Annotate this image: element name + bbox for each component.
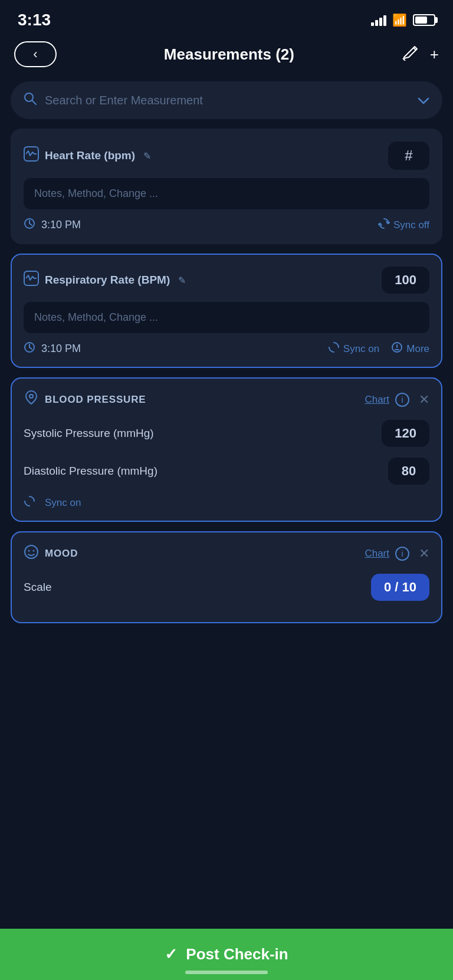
wifi-icon: 📶 <box>392 13 407 27</box>
chevron-down-icon <box>418 94 429 107</box>
blood-pressure-title: BLOOD PRESSURE <box>45 394 365 406</box>
sync-on-icon <box>24 495 35 510</box>
status-bar: 3:13 📶 <box>0 0 453 35</box>
checkmark-icon: ✓ <box>165 945 178 963</box>
mood-info-button[interactable]: i <box>395 547 409 561</box>
heart-rate-title: Heart Rate (bpm) <box>45 149 135 162</box>
heart-rate-edit-icon: ✎ <box>143 150 151 162</box>
respiratory-rate-icon <box>24 271 39 290</box>
battery-icon <box>413 14 435 26</box>
blood-pressure-icon <box>24 390 39 409</box>
status-icons: 📶 <box>371 13 435 27</box>
heart-rate-time: 3:10 PM <box>41 219 372 231</box>
more-icon <box>391 341 403 356</box>
heart-rate-sync-label: Sync off <box>393 219 429 231</box>
systolic-row: Systolic Pressure (mmHg) 120 <box>24 420 429 447</box>
search-icon <box>24 92 37 108</box>
svg-point-12 <box>28 550 30 552</box>
more-label: More <box>406 343 429 355</box>
time-icon <box>24 218 35 232</box>
card-title-group: Respiratory Rate (BPM) ✎ <box>24 271 186 290</box>
blood-pressure-sync-button[interactable]: Sync on <box>45 497 81 509</box>
mood-chart-link[interactable]: Chart <box>365 548 389 560</box>
time-icon <box>24 341 35 356</box>
heart-rate-card: Heart Rate (bpm) ✎ # Notes, Method, Chan… <box>11 129 442 244</box>
respiratory-rate-notes[interactable]: Notes, Method, Change ... <box>24 302 429 333</box>
heart-rate-icon <box>24 146 39 165</box>
signal-bars-icon <box>371 14 386 26</box>
sync-on-icon <box>328 341 340 356</box>
respiratory-sync-label: Sync on <box>343 343 379 355</box>
mood-scale-row: Scale 0 / 10 <box>24 574 429 601</box>
diastolic-row: Diastolic Pressure (mmHg) 80 <box>24 458 429 485</box>
diastolic-value[interactable]: 80 <box>388 458 429 485</box>
page-title: Measurements (2) <box>164 45 294 64</box>
respiratory-rate-edit-icon: ✎ <box>178 275 186 286</box>
add-button[interactable]: + <box>430 45 439 64</box>
svg-line-2 <box>32 101 37 105</box>
respiratory-rate-sync-button[interactable]: Sync on <box>328 341 379 356</box>
mood-title: MOOD <box>45 548 365 560</box>
blood-pressure-chart-link[interactable]: Chart <box>365 394 389 406</box>
heart-rate-value[interactable]: # <box>388 142 429 170</box>
mood-scale-value[interactable]: 0 / 10 <box>371 574 429 601</box>
sync-icon <box>378 218 390 232</box>
mood-header: MOOD Chart i ✕ <box>24 544 429 563</box>
post-check-in-label: Post Check-in <box>186 945 288 963</box>
search-placeholder: Search or Enter Measurement <box>45 94 409 107</box>
edit-icon-button[interactable] <box>402 44 419 65</box>
home-indicator <box>185 971 268 974</box>
content-area: Search or Enter Measurement Heart Rate (… <box>0 77 453 694</box>
mood-icon <box>24 544 39 563</box>
respiratory-rate-time: 3:10 PM <box>41 343 322 355</box>
respiratory-rate-title: Respiratory Rate (BPM) <box>45 274 170 287</box>
card-footer: 3:10 PM Sync on Mo <box>24 341 429 356</box>
mood-card: MOOD Chart i ✕ Scale 0 / 10 <box>11 531 442 623</box>
svg-point-10 <box>29 394 33 398</box>
card-footer: 3:10 PM Sync off <box>24 218 429 232</box>
nav-actions: + <box>402 44 439 65</box>
card-header: Respiratory Rate (BPM) ✎ 100 <box>24 267 429 294</box>
mood-close-button[interactable]: ✕ <box>419 546 429 561</box>
heart-rate-sync-button[interactable]: Sync off <box>378 218 429 232</box>
blood-pressure-info-button[interactable]: i <box>395 393 409 407</box>
respiratory-rate-value[interactable]: 100 <box>382 267 429 294</box>
top-nav: ‹ Measurements (2) + <box>0 35 453 77</box>
diastolic-label: Diastolic Pressure (mmHg) <box>24 465 157 478</box>
systolic-value[interactable]: 120 <box>382 420 429 447</box>
blood-pressure-close-button[interactable]: ✕ <box>419 392 429 407</box>
svg-point-13 <box>33 550 35 552</box>
card-header: Heart Rate (bpm) ✎ # <box>24 142 429 170</box>
more-button[interactable]: More <box>391 341 429 356</box>
blood-pressure-footer: Sync on <box>24 495 429 510</box>
heart-rate-notes[interactable]: Notes, Method, Change ... <box>24 178 429 209</box>
respiratory-rate-card: Respiratory Rate (BPM) ✎ 100 Notes, Meth… <box>11 254 442 368</box>
search-bar[interactable]: Search or Enter Measurement <box>11 81 442 119</box>
status-time: 3:13 <box>18 11 51 29</box>
blood-pressure-header: BLOOD PRESSURE Chart i ✕ <box>24 390 429 409</box>
back-arrow-icon: ‹ <box>33 48 37 61</box>
svg-point-11 <box>25 545 38 558</box>
back-button[interactable]: ‹ <box>14 41 57 67</box>
card-title-group: Heart Rate (bpm) ✎ <box>24 146 151 165</box>
systolic-label: Systolic Pressure (mmHg) <box>24 427 154 440</box>
mood-scale-label: Scale <box>24 581 52 594</box>
blood-pressure-card: BLOOD PRESSURE Chart i ✕ Systolic Pressu… <box>11 377 442 522</box>
